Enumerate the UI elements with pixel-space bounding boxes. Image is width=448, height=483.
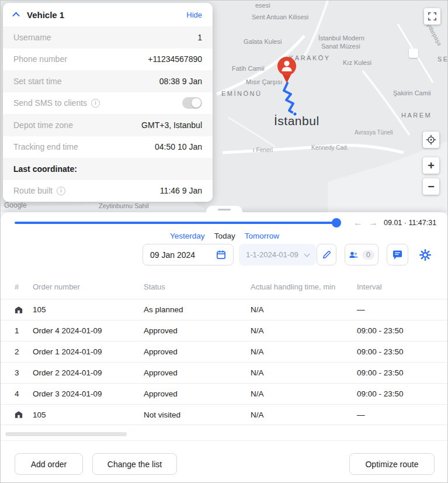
row-label-text: Route built xyxy=(13,186,53,195)
route-monitoring-app: esesi Sent Antuan Kilisesi Galata Kulesi… xyxy=(0,0,448,483)
vehicle-panel: Vehicle 1 Hide Username 1 Phone number +… xyxy=(3,3,213,202)
cell-time: N/A xyxy=(251,305,357,314)
table-row-order[interactable]: 3 Order 2 2024-01-09 Approved N/A 09:00 … xyxy=(1,362,448,383)
table-row-order[interactable]: 1 Order 4 2024-01-09 Approved N/A 09:00 … xyxy=(1,320,448,341)
cell-time: N/A xyxy=(251,347,357,356)
row-value: 08:38 9 Jan xyxy=(159,77,202,86)
header-handling-time: Actual handling time, min xyxy=(251,282,357,291)
row-value: +11234567890 xyxy=(148,54,202,64)
cell-order: Order 3 2024-01-09 xyxy=(33,389,144,398)
day-nav: Yesterday Today Tomorrow xyxy=(1,232,448,240)
cell-interval: — xyxy=(357,305,448,314)
zoom-in-button[interactable]: + xyxy=(423,157,439,174)
timeline-slider-track[interactable] xyxy=(15,222,336,224)
couriers-button[interactable]: 0 xyxy=(345,244,378,265)
info-icon[interactable]: i xyxy=(91,99,100,108)
cell-status: Not visited xyxy=(144,410,251,419)
cell-order: 105 xyxy=(33,305,144,314)
vehicle-title: Vehicle 1 xyxy=(27,10,64,20)
cell-num: 1 xyxy=(1,326,33,335)
cell-order: Order 1 2024-01-09 xyxy=(33,347,144,356)
pencil-icon xyxy=(322,250,332,260)
header-status: Status xyxy=(144,282,251,291)
bottom-sheet: ← → 09.01 · 11:47:31 Yesterday Today Tom… xyxy=(1,212,448,483)
cell-order: 105 xyxy=(33,410,144,419)
drag-handle-icon xyxy=(218,209,231,211)
row-value: 1 xyxy=(197,33,202,42)
header-interval: Interval xyxy=(357,282,448,291)
date-picker-field[interactable]: 09 Jan 2024 xyxy=(143,244,234,265)
header-order-number: Order number xyxy=(33,282,144,291)
cell-status: Approved xyxy=(144,389,251,398)
cell-num: 3 xyxy=(1,368,33,377)
day-nav-tomorrow[interactable]: Tomorrow xyxy=(245,232,279,240)
row-value: 04:50 10 Jan xyxy=(155,142,202,151)
cell-num: 2 xyxy=(1,347,33,356)
table-row-depot-end[interactable]: 105 Not visited N/A — xyxy=(1,404,448,425)
vehicle-marker-icon[interactable] xyxy=(275,56,298,85)
table-row-order[interactable]: 2 Order 1 2024-01-09 Approved N/A 09:00 … xyxy=(1,341,448,362)
vehicle-panel-header: Vehicle 1 Hide xyxy=(3,3,213,26)
cell-interval: 09:00 - 23:50 xyxy=(357,347,448,356)
row-value: GMT+3, Istanbul xyxy=(141,120,202,130)
sheet-drag-handle[interactable] xyxy=(206,206,242,213)
change-list-button[interactable]: Change the list xyxy=(92,453,177,475)
hide-link[interactable]: Hide xyxy=(186,11,202,19)
timeline-prev-button[interactable]: ← xyxy=(352,217,364,229)
geolocate-button[interactable] xyxy=(423,132,439,148)
couriers-icon xyxy=(349,250,359,260)
cell-order: Order 2 2024-01-09 xyxy=(33,368,144,377)
cell-time: N/A xyxy=(251,410,357,419)
panel-row-username: Username 1 xyxy=(3,26,213,49)
zoom-out-button[interactable]: − xyxy=(423,178,439,195)
fullscreen-button[interactable] xyxy=(424,8,440,25)
route-select-value: 1-1-2024-01-09 xyxy=(246,250,298,259)
toggle-knob xyxy=(192,98,201,108)
geolocate-icon xyxy=(426,134,436,145)
zoom-in-icon: + xyxy=(428,160,435,171)
orders-table-header: # Order number Status Actual handling ti… xyxy=(1,274,448,299)
panel-row-timezone: Depot time zone GMT+3, Istanbul xyxy=(3,114,213,136)
collapse-chevron-icon[interactable] xyxy=(12,12,20,19)
table-row-depot-start[interactable]: 105 As planned N/A — xyxy=(1,299,448,320)
cell-status: Approved xyxy=(144,347,251,356)
timeline-slider-handle[interactable] xyxy=(332,218,341,227)
horizontal-scrollbar[interactable] xyxy=(5,432,127,436)
info-icon[interactable]: i xyxy=(57,187,65,195)
orders-table: # Order number Status Actual handling ti… xyxy=(1,274,448,425)
chat-button[interactable] xyxy=(387,244,408,265)
table-row-order[interactable]: 4 Order 3 2024-01-09 Approved N/A 09:00 … xyxy=(1,383,448,404)
header-num: # xyxy=(1,282,33,291)
sms-toggle[interactable] xyxy=(182,97,202,109)
panel-row-route-built: Route built i 11:46 9 Jan xyxy=(3,180,213,202)
row-label-text: Send SMS to clients xyxy=(13,98,87,108)
add-order-button[interactable]: Add order xyxy=(15,453,83,475)
panel-row-tracking-end: Tracking end time 04:50 10 Jan xyxy=(3,136,213,158)
gear-icon xyxy=(419,249,431,261)
timeline-next-button[interactable]: → xyxy=(367,217,379,229)
row-label: Route built i xyxy=(13,186,65,195)
row-label: Set start time xyxy=(13,77,61,86)
cell-time: N/A xyxy=(251,389,357,398)
fullscreen-icon xyxy=(428,12,437,21)
row-label: Last coordinate: xyxy=(13,164,77,174)
edit-route-button[interactable] xyxy=(317,244,336,265)
panel-row-start-time: Set start time 08:38 9 Jan xyxy=(3,70,213,92)
cell-num xyxy=(1,306,33,314)
chevron-down-icon xyxy=(304,251,310,257)
panel-row-last-coordinate: Last coordinate: xyxy=(3,158,213,180)
day-nav-yesterday[interactable]: Yesterday xyxy=(170,232,205,240)
cell-num: 4 xyxy=(1,389,33,398)
timeline-timestamp: 09.01 · 11:47:31 xyxy=(384,219,436,227)
settings-button[interactable] xyxy=(414,244,436,265)
row-label: Tracking end time xyxy=(13,142,78,151)
date-picker-value: 09 Jan 2024 xyxy=(150,250,195,260)
day-nav-today[interactable]: Today xyxy=(214,232,235,240)
footer-bar: Add order Change the list Optimize route xyxy=(1,440,448,483)
route-select-dropdown[interactable]: 1-1-2024-01-09 xyxy=(239,244,316,265)
cell-status: Approved xyxy=(144,368,251,377)
optimize-route-button[interactable]: Optimize route xyxy=(349,453,435,475)
cell-num xyxy=(1,410,33,419)
depot-icon xyxy=(15,306,23,314)
calendar-icon xyxy=(216,250,226,260)
